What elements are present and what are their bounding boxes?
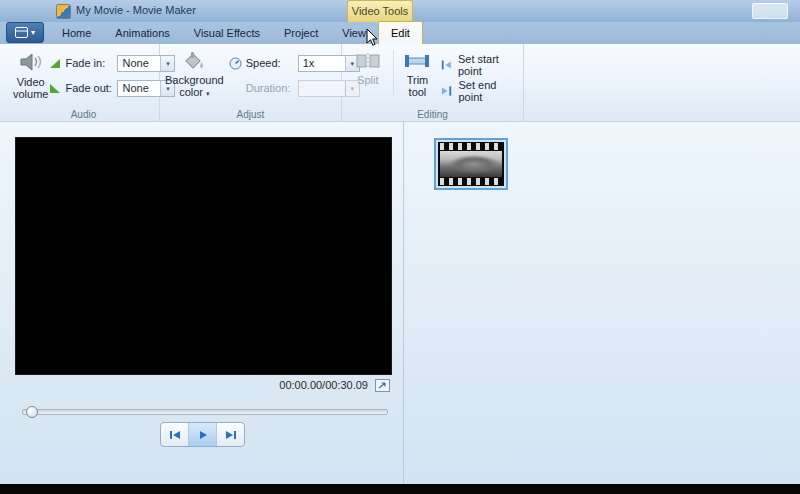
set-start-point-icon xyxy=(440,59,453,71)
fade-in-value: None xyxy=(118,56,160,71)
movie-maker-window: My Movie - Movie Maker Video Tools ▾ Hom… xyxy=(0,0,800,494)
ribbon-tab-bar: ▾ Home Animations Visual Effects Project… xyxy=(0,22,800,44)
speed-icon xyxy=(229,57,242,70)
speed-label: Speed: xyxy=(246,57,294,69)
set-end-point-label: Set end point xyxy=(458,79,519,103)
adjust-group-label: Adjust xyxy=(160,109,341,120)
previous-frame-icon xyxy=(168,429,182,441)
trim-tool-icon xyxy=(404,50,430,72)
next-frame-button[interactable] xyxy=(217,423,244,446)
fade-out-icon xyxy=(49,83,61,94)
split-icon xyxy=(355,50,381,72)
speaker-icon xyxy=(18,50,44,74)
fade-out-value: None xyxy=(118,81,160,96)
app-menu-icon xyxy=(15,27,28,38)
trim-tool-button[interactable]: Trim tool xyxy=(397,48,439,100)
set-start-point-button[interactable]: Set start point xyxy=(440,57,519,73)
video-clip-thumbnail[interactable] xyxy=(434,138,508,190)
playback-timecode: 00:00.00/00:30.09 xyxy=(279,379,368,391)
playback-controls xyxy=(160,422,245,447)
ribbon-group-editing: Split Trim tool Set start point xyxy=(342,44,524,121)
tab-home[interactable]: Home xyxy=(50,22,103,44)
play-button[interactable] xyxy=(189,423,217,446)
set-end-point-button[interactable]: Set end point xyxy=(440,83,519,99)
speed-value: 1x xyxy=(299,56,345,71)
tab-project[interactable]: Project xyxy=(272,22,330,44)
next-frame-icon xyxy=(224,429,238,441)
clip-frame-image xyxy=(440,151,502,177)
tab-visual-effects[interactable]: Visual Effects xyxy=(182,22,272,44)
main-content: 00:00.00/00:30.09 xyxy=(0,122,800,484)
previous-frame-button[interactable] xyxy=(161,423,189,446)
tab-edit[interactable]: Edit xyxy=(378,21,423,44)
fullscreen-preview-icon[interactable] xyxy=(375,379,390,392)
fade-in-icon xyxy=(49,58,61,69)
paint-bucket-icon xyxy=(182,50,206,72)
play-icon xyxy=(197,429,209,441)
video-tools-contextual-tab[interactable]: Video Tools xyxy=(347,0,413,22)
app-icon xyxy=(56,4,71,19)
fade-out-label: Fade out: xyxy=(65,82,113,94)
ribbon-group-adjust: Background color ▾ Speed: 1x ▾ Dur xyxy=(160,44,342,121)
tab-view[interactable]: View xyxy=(330,22,378,44)
fade-in-label: Fade in: xyxy=(65,57,113,69)
title-bar: My Movie - Movie Maker Video Tools xyxy=(0,0,800,23)
duration-value xyxy=(299,81,345,96)
set-end-point-icon xyxy=(440,85,453,97)
bottom-black-bar xyxy=(0,484,800,494)
ribbon-group-audio: Video volume Fade in: None ▾ xyxy=(8,44,160,121)
split-label: Split xyxy=(357,74,378,86)
filmstrip-sprockets-bottom xyxy=(440,178,502,185)
application-menu-button[interactable]: ▾ xyxy=(6,22,44,43)
audio-group-label: Audio xyxy=(8,109,159,120)
video-volume-button[interactable]: Video volume xyxy=(12,48,49,102)
filmstrip-sprockets-top xyxy=(440,143,502,150)
background-color-label: Background color ▾ xyxy=(165,74,224,100)
video-preview-screen[interactable] xyxy=(15,137,392,375)
background-color-arrow-icon: ▾ xyxy=(206,90,210,97)
editing-group-label: Editing xyxy=(342,109,523,120)
filmstrip xyxy=(438,142,504,186)
editing-group-divider xyxy=(393,50,394,95)
window-controls[interactable] xyxy=(752,3,788,19)
set-start-point-label: Set start point xyxy=(458,53,519,77)
trim-tool-label: Trim tool xyxy=(398,74,438,98)
seek-slider[interactable] xyxy=(22,406,388,416)
window-title: My Movie - Movie Maker xyxy=(76,4,196,16)
duration-label: Duration: xyxy=(246,82,294,94)
video-volume-label: Video volume xyxy=(13,76,48,100)
pane-divider xyxy=(403,122,404,484)
split-button: Split xyxy=(346,48,390,88)
seek-slider-track[interactable] xyxy=(22,409,388,415)
app-menu-arrow-icon: ▾ xyxy=(31,29,35,37)
ribbon: Video volume Fade in: None ▾ xyxy=(0,44,800,122)
seek-slider-thumb[interactable] xyxy=(26,406,38,418)
tab-animations[interactable]: Animations xyxy=(103,22,181,44)
background-color-button[interactable]: Background color ▾ xyxy=(164,48,225,102)
